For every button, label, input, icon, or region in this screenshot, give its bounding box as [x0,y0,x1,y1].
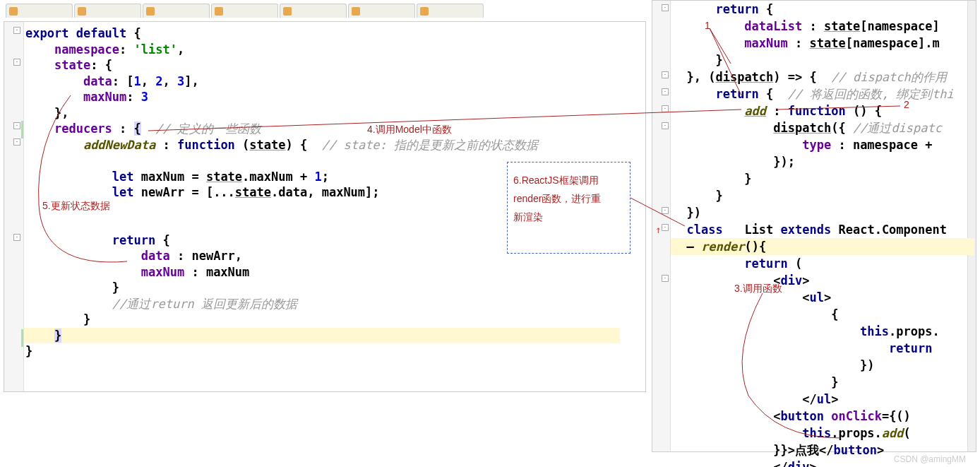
code-line: }, [25,105,620,122]
code-line: { [672,306,974,323]
code-line: dispatch({ //通过dispatc [672,119,974,136]
code-line: class List extends React.Component [672,221,974,238]
editor-tab[interactable] [280,4,347,18]
js-icon [420,7,429,16]
annotation-box-6: 6.ReactJS框架调用 render函数，进行重 新渲染 [507,162,631,254]
right-editor-panel: - - - - - - - - ↑ return { dataList : st… [652,0,976,452]
code-line: } [672,187,974,204]
code-line: — render(){ [671,238,974,255]
code-line: }) [672,204,974,221]
editor-tabs [6,4,484,19]
editor-tab[interactable] [74,4,141,18]
code-line: type : namespace + [672,136,974,153]
code-line: namespace: 'list', [25,42,620,58]
code-line: add : function () { [672,102,974,119]
code-line: return [672,340,974,357]
fold-icon[interactable]: - [662,105,669,112]
editor-tab[interactable] [6,4,73,18]
annotation-6b: render函数，进行重 [513,189,635,208]
code-line: maxNum : maxNum [25,264,620,280]
fold-icon[interactable]: - [662,122,669,129]
annotation-5: 5.更新状态数据 [42,200,110,213]
fold-icon[interactable]: - [662,71,669,78]
fold-icon[interactable]: - [13,234,20,241]
code-line: state: { [25,57,620,73]
code-line: this.props.add( [672,425,974,442]
annotation-3: 3.调用函数 [734,283,782,295]
code-line: //通过return 返回更新后的数据 [25,296,620,312]
fold-icon[interactable]: - [662,224,669,231]
watermark: CSDN @amingMM [894,454,966,464]
js-icon [9,7,18,16]
fold-icon[interactable]: - [662,88,669,95]
editor-tab[interactable] [211,4,278,18]
code-line: <button onClick={() [672,408,974,425]
code-line: } [25,343,620,360]
fold-icon[interactable]: - [13,138,20,146]
js-icon [146,7,155,16]
code-line: </ul> [672,391,974,408]
annotation-1: 1 [705,20,710,31]
annotation-2: 2 [904,99,909,110]
main-container: - - - - - export default { namespace: 'l… [0,0,980,467]
code-line: } [672,52,974,69]
change-marker [21,329,23,347]
annotation-6a: 6.ReactJS框架调用 [513,171,635,189]
right-code-area[interactable]: return { dataList : state[namespace] max… [672,1,974,467]
code-line: } [672,170,974,187]
fold-icon[interactable]: - [13,27,20,34]
fold-icon[interactable]: - [13,59,20,66]
code-line: return { [672,1,974,18]
code-line: dataList : state[namespace] [672,18,974,35]
js-icon [352,7,360,16]
annotation-6c: 新渲染 [513,208,635,226]
code-line: }); [672,153,974,170]
fold-icon[interactable]: - [662,275,669,282]
annotation-4: 4.调用Model中函数 [367,124,452,136]
code-line: return { // 将返回的函数, 绑定到thi [672,85,974,102]
fold-icon[interactable]: - [13,122,20,129]
code-line: reducers : { // 定义的一些函数 [25,121,620,137]
strikethrough-icon: — [686,240,693,254]
code-line: maxNum: 3 [25,89,620,105]
editor-tab[interactable] [348,4,415,18]
code-line: }) [672,357,974,374]
js-icon [283,7,292,16]
code-line: maxNum : state[namespace].m [672,35,974,52]
js-icon [215,7,223,16]
code-line: data: [1, 2, 3], [25,73,620,90]
code-line: <ul> [672,289,974,306]
code-line: return ( [672,255,974,272]
code-line: } [25,280,620,296]
code-line: export default { [25,25,620,42]
code-line: addNewData : function (state) { // state… [25,137,620,153]
code-line: } [24,328,620,344]
fold-icon[interactable]: - [662,207,669,214]
editor-tab[interactable] [143,4,210,18]
editor-tab[interactable] [417,4,484,18]
code-line: } [25,312,620,328]
code-line: <div> [672,272,974,289]
code-line: this.props. [672,323,974,340]
fold-icon[interactable]: - [662,4,669,11]
arrow-up-icon: ↑ [655,224,661,235]
js-icon [78,7,86,16]
code-line: } [672,374,974,391]
code-line: }, (dispatch) => { // dispatch的作用 [672,69,974,85]
change-marker [21,121,23,138]
